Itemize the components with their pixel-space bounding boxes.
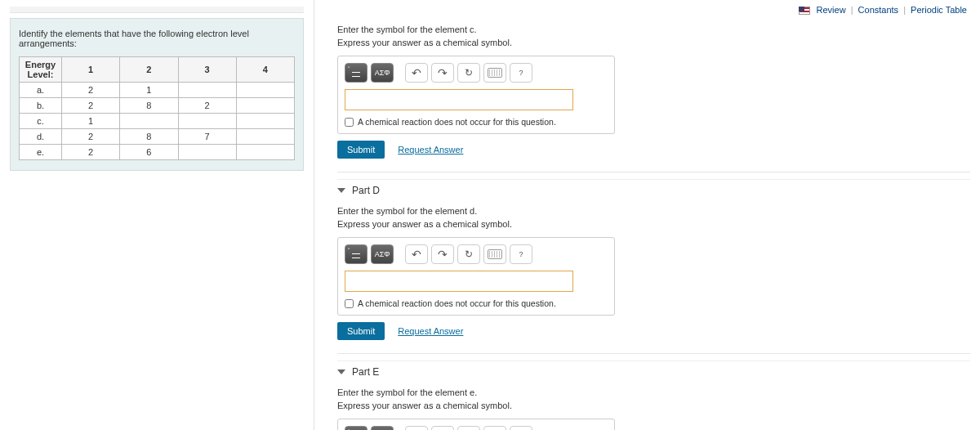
part-e-instruction1: Enter the symbol for the element e.: [337, 387, 970, 397]
template-button[interactable]: ▫: [345, 244, 368, 264]
row-label-e: e.: [20, 145, 62, 160]
left-topbar: [10, 7, 304, 13]
col-1: 1: [62, 57, 120, 83]
part-c-instruction2: Express your answer as a chemical symbol…: [337, 38, 970, 47]
periodic-table-link[interactable]: Periodic Table: [911, 5, 967, 15]
no-reaction-checkbox-c[interactable]: [345, 118, 354, 127]
energy-level-label: Energy Level:: [25, 60, 56, 79]
part-d-block: Part D Enter the symbol for the element …: [337, 179, 970, 340]
greek-button[interactable]: ΑΣΦ: [371, 244, 394, 264]
help-button[interactable]: ?: [510, 244, 532, 264]
row-label-a: a.: [20, 83, 62, 98]
reset-icon: ↻: [465, 249, 473, 260]
cell: 2: [178, 98, 236, 114]
no-reaction-checkbox-d[interactable]: [345, 299, 354, 308]
reset-button[interactable]: ↻: [457, 63, 480, 83]
cell: [178, 145, 236, 160]
keyboard-icon: [488, 249, 502, 259]
no-reaction-label-d: A chemical reaction does not occur for t…: [358, 298, 556, 308]
no-reaction-row-c: A chemical reaction does not occur for t…: [345, 117, 608, 127]
redo-button[interactable]: ↷: [431, 63, 454, 83]
submit-button-d[interactable]: Submit: [337, 322, 385, 340]
flag-icon: [799, 7, 810, 15]
separator: |: [903, 5, 906, 15]
help-button[interactable]: ?: [510, 63, 532, 83]
submit-button-c[interactable]: Submit: [337, 141, 385, 159]
template-button[interactable]: ▫: [345, 63, 368, 83]
keyboard-button[interactable]: [483, 426, 506, 430]
part-d-header[interactable]: Part D: [337, 179, 970, 201]
col-4: 4: [236, 57, 294, 83]
cell: 1: [120, 83, 178, 98]
answer-input-d[interactable]: [345, 271, 573, 292]
greek-button[interactable]: ΑΣΦ: [371, 426, 394, 430]
cell: 2: [62, 98, 120, 114]
col-3: 3: [178, 57, 236, 83]
part-e-block: Part E Enter the symbol for the element …: [337, 361, 970, 430]
help-button[interactable]: ?: [510, 426, 532, 430]
divider: [337, 172, 970, 172]
redo-button[interactable]: ↷: [431, 426, 454, 430]
reset-button[interactable]: ↻: [457, 244, 480, 264]
part-e-instruction2: Express your answer as a chemical symbol…: [337, 401, 970, 410]
answer-input-c[interactable]: [345, 89, 573, 110]
separator: |: [851, 5, 853, 15]
no-reaction-label-c: A chemical reaction does not occur for t…: [358, 117, 556, 127]
part-c-instruction1: Enter the symbol for the element c.: [337, 25, 970, 34]
caret-down-icon: [337, 370, 345, 374]
cell: [120, 114, 178, 129]
review-link[interactable]: Review: [817, 5, 846, 15]
row-label-b: b.: [20, 98, 62, 114]
page: Review | Constants | Periodic Table Iden…: [0, 0, 980, 430]
undo-button[interactable]: ↶: [405, 426, 428, 430]
reset-button[interactable]: ↻: [457, 426, 480, 430]
cell: 1: [62, 114, 120, 129]
part-e-title: Part E: [352, 366, 379, 378]
cell: [178, 83, 236, 98]
table-row: a. 2 1: [20, 83, 295, 98]
question-content: Enter the symbol for the element c. Expr…: [318, 25, 970, 430]
undo-button[interactable]: ↶: [405, 63, 428, 83]
cell: [236, 145, 294, 160]
toolbar-c: ▫ ΑΣΦ ↶ ↷ ↻ ?: [345, 63, 608, 83]
keyboard-button[interactable]: [483, 63, 506, 83]
keyboard-icon: [488, 68, 502, 78]
col-2: 2: [120, 57, 178, 83]
top-links: Review | Constants | Periodic Table: [799, 5, 967, 15]
cell: [236, 114, 294, 129]
answer-frame-c: ▫ ΑΣΦ ↶ ↷ ↻ ? A chemical rea: [337, 56, 615, 134]
reset-icon: ↻: [465, 67, 473, 78]
right-column: Enter the symbol for the element c. Expr…: [314, 0, 980, 430]
undo-button[interactable]: ↶: [405, 244, 428, 264]
constants-link[interactable]: Constants: [858, 5, 899, 15]
request-answer-link-c[interactable]: Request Answer: [398, 145, 463, 155]
greek-button[interactable]: ΑΣΦ: [371, 63, 394, 83]
template-button[interactable]: ▫: [345, 426, 368, 430]
cell: 7: [178, 129, 236, 145]
cell: [178, 114, 236, 129]
part-e-header[interactable]: Part E: [337, 361, 970, 383]
redo-button[interactable]: ↷: [431, 244, 454, 264]
row-label-c: c.: [20, 114, 62, 129]
redo-icon: ↷: [438, 67, 448, 78]
part-d-title: Part D: [352, 185, 380, 196]
table-row: c. 1: [20, 114, 295, 129]
caret-down-icon: [337, 188, 345, 193]
left-column: Identify the elements that have the foll…: [0, 0, 314, 430]
table-head-energy: Energy Level:: [20, 57, 62, 83]
part-d-instruction2: Express your answer as a chemical symbol…: [337, 219, 970, 229]
cell: 2: [62, 83, 120, 98]
cell: 8: [120, 98, 178, 114]
part-c-block: Enter the symbol for the element c. Expr…: [337, 25, 970, 159]
keyboard-button[interactable]: [483, 244, 506, 264]
undo-icon: ↶: [412, 249, 421, 260]
question-panel: Identify the elements that have the foll…: [10, 18, 304, 171]
request-answer-link-d[interactable]: Request Answer: [398, 326, 463, 336]
energy-table: Energy Level: 1 2 3 4 a. 2 1 b. 2: [19, 56, 295, 160]
toolbar-d: ▫ ΑΣΦ ↶ ↷ ↻ ?: [345, 244, 608, 264]
question-prompt: Identify the elements that have the foll…: [19, 29, 295, 48]
divider: [337, 353, 970, 354]
cell: [236, 129, 294, 145]
redo-icon: ↷: [438, 249, 448, 260]
table-row: d. 2 8 7: [20, 129, 295, 145]
